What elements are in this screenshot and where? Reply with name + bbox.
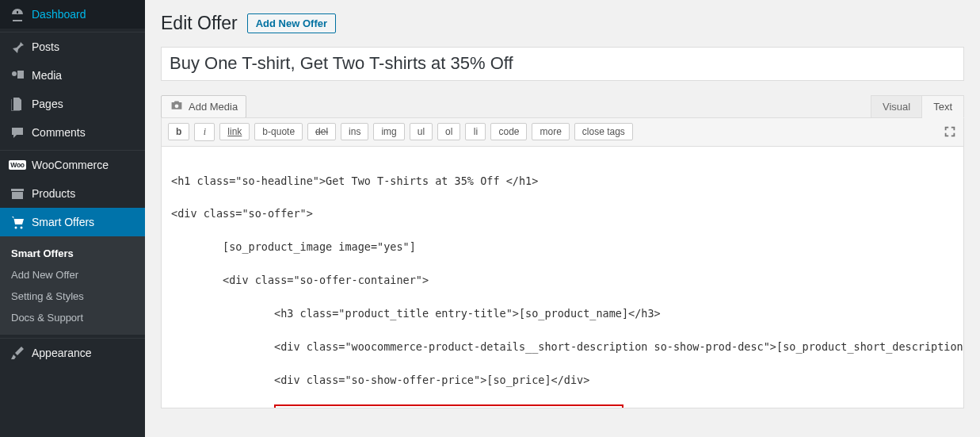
code-line: <div class="so-offer-container">: [171, 272, 954, 289]
main-content: Edit Offer Add New Offer Add Media Visua…: [145, 0, 980, 437]
add-new-offer-button[interactable]: Add New Offer: [247, 13, 336, 33]
qt-img-button[interactable]: img: [373, 123, 404, 140]
code-line: <h3 class="product_title entry-title">[s…: [171, 305, 954, 322]
camera-music-icon: [170, 99, 184, 114]
svg-point-3: [175, 104, 179, 108]
post-content-editor[interactable]: <h1 class="so-headline">Get Two T-shirts…: [161, 147, 964, 408]
dashboard-icon: [10, 6, 25, 22]
sidebar-item-label: Pages: [32, 98, 63, 110]
sidebar-submenu: Smart Offers Add New Offer Setting & Sty…: [0, 236, 145, 335]
qt-ol-button[interactable]: ol: [437, 123, 460, 140]
sidebar-item-smart-offers[interactable]: Smart Offers: [0, 208, 145, 236]
sidebar-item-products[interactable]: Products: [0, 179, 145, 208]
code-line: <h1 class="so-headline">Get Two T-shirts…: [171, 173, 954, 190]
pin-icon: [10, 39, 25, 55]
post-title-input[interactable]: [161, 47, 964, 81]
code-line: <div class="so-offer">: [171, 205, 954, 222]
qt-more-button[interactable]: more: [532, 123, 569, 140]
svg-point-0: [12, 71, 17, 76]
sidebar-item-label: Posts: [32, 40, 59, 53]
submenu-item-setting-styles[interactable]: Setting & Styles: [0, 286, 145, 307]
archive-icon: [10, 186, 25, 201]
woocommerce-icon: Woo: [10, 157, 25, 173]
sidebar-item-comments[interactable]: Comments: [0, 118, 145, 147]
qt-ul-button[interactable]: ul: [410, 123, 433, 140]
submenu-item-docs-support[interactable]: Docs & Support: [0, 307, 145, 328]
cart-icon: [10, 214, 25, 230]
qt-bold-button[interactable]: b: [168, 123, 189, 140]
add-media-button[interactable]: Add Media: [161, 95, 246, 118]
sidebar-item-posts[interactable]: Posts: [0, 33, 145, 61]
sidebar-item-woocommerce[interactable]: Woo WooCommerce: [0, 151, 145, 179]
code-line: <span>[so_quantity value=2 allow_change=…: [171, 404, 954, 408]
qt-bquote-button[interactable]: b-quote: [254, 123, 303, 140]
sidebar-item-label: Media: [32, 69, 62, 82]
submenu-item-smart-offers[interactable]: Smart Offers: [0, 243, 145, 264]
code-line: <div class="so-show-offer-price">[so_pri…: [171, 372, 954, 389]
sidebar-item-label: Products: [32, 187, 75, 200]
quicktags-toolbar: b i link b-quote del ins img ul ol li co…: [161, 117, 964, 147]
tab-text[interactable]: Text: [922, 95, 964, 118]
qt-close-tags-button[interactable]: close tags: [574, 123, 633, 140]
page-title: Edit Offer: [161, 13, 238, 34]
qt-italic-button[interactable]: i: [194, 123, 215, 141]
add-media-label: Add Media: [189, 101, 238, 113]
sidebar-item-dashboard[interactable]: Dashboard: [0, 0, 145, 29]
sidebar-item-label: Comments: [32, 126, 86, 139]
media-icon: [10, 67, 25, 83]
code-line: [so_product_image image="yes"]: [171, 239, 954, 255]
code-line: <div class="woocommerce-product-details_…: [171, 339, 954, 355]
svg-point-1: [15, 227, 17, 229]
qt-ins-button[interactable]: ins: [341, 123, 368, 140]
brush-icon: [10, 345, 25, 361]
fullscreen-icon[interactable]: [943, 125, 957, 141]
submenu-item-add-new-offer[interactable]: Add New Offer: [0, 264, 145, 286]
sidebar-item-media[interactable]: Media: [0, 61, 145, 90]
qt-link-button[interactable]: link: [219, 123, 250, 140]
svg-point-2: [21, 227, 23, 229]
comment-icon: [10, 125, 25, 140]
qt-code-button[interactable]: code: [490, 123, 527, 140]
sidebar-item-label: WooCommerce: [32, 159, 109, 171]
tab-visual[interactable]: Visual: [871, 95, 922, 118]
editor-mode-tabs: Visual Text: [871, 95, 964, 118]
qt-del-button[interactable]: del: [307, 123, 336, 140]
sidebar-item-label: Smart Offers: [32, 216, 94, 228]
pages-icon: [10, 96, 25, 112]
sidebar-item-appearance[interactable]: Appearance: [0, 339, 145, 367]
admin-sidebar: Dashboard Posts Media Pages Comments Woo…: [0, 0, 145, 437]
sidebar-item-label: Appearance: [32, 347, 92, 359]
qt-li-button[interactable]: li: [465, 123, 486, 140]
sidebar-item-pages[interactable]: Pages: [0, 90, 145, 118]
sidebar-item-label: Dashboard: [32, 8, 86, 21]
highlighted-shortcode: <span>[so_quantity value=2 allow_change=…: [274, 404, 623, 408]
